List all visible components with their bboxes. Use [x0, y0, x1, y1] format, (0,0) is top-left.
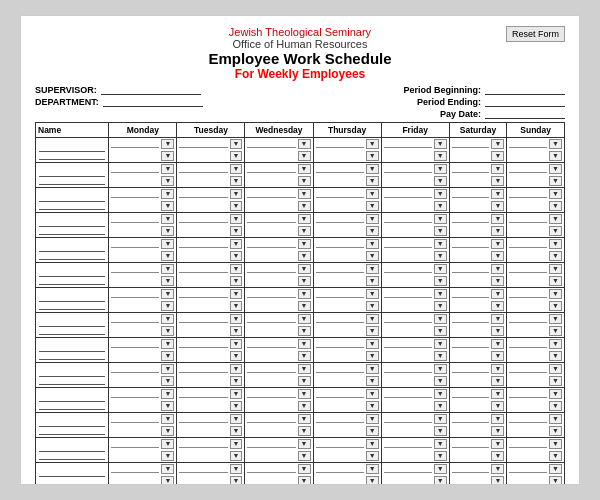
dropdown-arrow-icon[interactable]: ▼ — [161, 339, 174, 349]
dropdown-arrow-icon[interactable]: ▼ — [491, 251, 504, 261]
dropdown-arrow-icon[interactable]: ▼ — [298, 276, 311, 286]
dropdown-arrow-icon[interactable]: ▼ — [434, 164, 447, 174]
dropdown-arrow-icon[interactable]: ▼ — [298, 364, 311, 374]
dropdown-arrow-icon[interactable]: ▼ — [298, 351, 311, 361]
dropdown-arrow-icon[interactable]: ▼ — [366, 376, 379, 386]
dropdown-arrow-icon[interactable]: ▼ — [230, 164, 243, 174]
dropdown-arrow-icon[interactable]: ▼ — [491, 376, 504, 386]
dropdown-arrow-icon[interactable]: ▼ — [491, 364, 504, 374]
dropdown-arrow-icon[interactable]: ▼ — [434, 189, 447, 199]
dropdown-arrow-icon[interactable]: ▼ — [491, 139, 504, 149]
dropdown-arrow-icon[interactable]: ▼ — [298, 314, 311, 324]
dropdown-arrow-icon[interactable]: ▼ — [298, 464, 311, 474]
dropdown-arrow-icon[interactable]: ▼ — [549, 164, 562, 174]
dropdown-arrow-icon[interactable]: ▼ — [434, 151, 447, 161]
dropdown-arrow-icon[interactable]: ▼ — [161, 151, 174, 161]
dropdown-arrow-icon[interactable]: ▼ — [491, 326, 504, 336]
name-cell[interactable] — [36, 188, 109, 213]
dropdown-arrow-icon[interactable]: ▼ — [491, 239, 504, 249]
dropdown-arrow-icon[interactable]: ▼ — [298, 201, 311, 211]
dropdown-arrow-icon[interactable]: ▼ — [161, 401, 174, 411]
dropdown-arrow-icon[interactable]: ▼ — [491, 201, 504, 211]
dropdown-arrow-icon[interactable]: ▼ — [549, 239, 562, 249]
dropdown-arrow-icon[interactable]: ▼ — [491, 301, 504, 311]
dropdown-arrow-icon[interactable]: ▼ — [366, 476, 379, 485]
supervisor-input[interactable] — [101, 85, 201, 95]
period-ending-input[interactable] — [485, 97, 565, 107]
dropdown-arrow-icon[interactable]: ▼ — [549, 326, 562, 336]
dropdown-arrow-icon[interactable]: ▼ — [491, 289, 504, 299]
name-cell[interactable] — [36, 263, 109, 288]
dropdown-arrow-icon[interactable]: ▼ — [434, 414, 447, 424]
dropdown-arrow-icon[interactable]: ▼ — [366, 176, 379, 186]
dropdown-arrow-icon[interactable]: ▼ — [434, 389, 447, 399]
name-cell[interactable] — [36, 438, 109, 463]
dropdown-arrow-icon[interactable]: ▼ — [434, 376, 447, 386]
dropdown-arrow-icon[interactable]: ▼ — [366, 426, 379, 436]
dropdown-arrow-icon[interactable]: ▼ — [434, 251, 447, 261]
dropdown-arrow-icon[interactable]: ▼ — [298, 439, 311, 449]
dropdown-arrow-icon[interactable]: ▼ — [298, 139, 311, 149]
dropdown-arrow-icon[interactable]: ▼ — [549, 426, 562, 436]
dropdown-arrow-icon[interactable]: ▼ — [549, 314, 562, 324]
dropdown-arrow-icon[interactable]: ▼ — [434, 401, 447, 411]
dropdown-arrow-icon[interactable]: ▼ — [549, 289, 562, 299]
dropdown-arrow-icon[interactable]: ▼ — [161, 251, 174, 261]
dropdown-arrow-icon[interactable]: ▼ — [549, 251, 562, 261]
dropdown-arrow-icon[interactable]: ▼ — [298, 214, 311, 224]
dropdown-arrow-icon[interactable]: ▼ — [491, 189, 504, 199]
name-cell[interactable] — [36, 363, 109, 388]
dropdown-arrow-icon[interactable]: ▼ — [491, 226, 504, 236]
name-cell[interactable] — [36, 463, 109, 486]
dropdown-arrow-icon[interactable]: ▼ — [366, 339, 379, 349]
dropdown-arrow-icon[interactable]: ▼ — [549, 151, 562, 161]
dropdown-arrow-icon[interactable]: ▼ — [230, 389, 243, 399]
dropdown-arrow-icon[interactable]: ▼ — [161, 326, 174, 336]
dropdown-arrow-icon[interactable]: ▼ — [366, 151, 379, 161]
dropdown-arrow-icon[interactable]: ▼ — [298, 426, 311, 436]
dropdown-arrow-icon[interactable]: ▼ — [434, 364, 447, 374]
dropdown-arrow-icon[interactable]: ▼ — [230, 326, 243, 336]
dropdown-arrow-icon[interactable]: ▼ — [298, 326, 311, 336]
dropdown-arrow-icon[interactable]: ▼ — [298, 301, 311, 311]
dropdown-arrow-icon[interactable]: ▼ — [549, 439, 562, 449]
dropdown-arrow-icon[interactable]: ▼ — [491, 401, 504, 411]
dropdown-arrow-icon[interactable]: ▼ — [549, 264, 562, 274]
dropdown-arrow-icon[interactable]: ▼ — [366, 264, 379, 274]
dropdown-arrow-icon[interactable]: ▼ — [298, 176, 311, 186]
dropdown-arrow-icon[interactable]: ▼ — [298, 376, 311, 386]
dropdown-arrow-icon[interactable]: ▼ — [230, 426, 243, 436]
dropdown-arrow-icon[interactable]: ▼ — [434, 451, 447, 461]
dropdown-arrow-icon[interactable]: ▼ — [161, 264, 174, 274]
dropdown-arrow-icon[interactable]: ▼ — [230, 289, 243, 299]
dropdown-arrow-icon[interactable]: ▼ — [230, 314, 243, 324]
dropdown-arrow-icon[interactable]: ▼ — [549, 414, 562, 424]
name-cell[interactable] — [36, 388, 109, 413]
dropdown-arrow-icon[interactable]: ▼ — [230, 176, 243, 186]
dropdown-arrow-icon[interactable]: ▼ — [161, 351, 174, 361]
dropdown-arrow-icon[interactable]: ▼ — [549, 351, 562, 361]
name-cell[interactable] — [36, 213, 109, 238]
dropdown-arrow-icon[interactable]: ▼ — [434, 226, 447, 236]
dropdown-arrow-icon[interactable]: ▼ — [434, 214, 447, 224]
dropdown-arrow-icon[interactable]: ▼ — [230, 139, 243, 149]
dropdown-arrow-icon[interactable]: ▼ — [434, 139, 447, 149]
dropdown-arrow-icon[interactable]: ▼ — [298, 451, 311, 461]
dropdown-arrow-icon[interactable]: ▼ — [230, 339, 243, 349]
dropdown-arrow-icon[interactable]: ▼ — [491, 214, 504, 224]
dropdown-arrow-icon[interactable]: ▼ — [298, 401, 311, 411]
dropdown-arrow-icon[interactable]: ▼ — [230, 364, 243, 374]
dropdown-arrow-icon[interactable]: ▼ — [549, 214, 562, 224]
dropdown-arrow-icon[interactable]: ▼ — [549, 276, 562, 286]
dropdown-arrow-icon[interactable]: ▼ — [230, 414, 243, 424]
dropdown-arrow-icon[interactable]: ▼ — [161, 289, 174, 299]
dropdown-arrow-icon[interactable]: ▼ — [161, 426, 174, 436]
dropdown-arrow-icon[interactable]: ▼ — [434, 314, 447, 324]
reset-form-button[interactable]: Reset Form — [506, 26, 565, 42]
dropdown-arrow-icon[interactable]: ▼ — [161, 464, 174, 474]
dropdown-arrow-icon[interactable]: ▼ — [491, 351, 504, 361]
pay-date-input[interactable] — [485, 109, 565, 119]
dropdown-arrow-icon[interactable]: ▼ — [549, 476, 562, 485]
dropdown-arrow-icon[interactable]: ▼ — [298, 251, 311, 261]
dropdown-arrow-icon[interactable]: ▼ — [434, 239, 447, 249]
